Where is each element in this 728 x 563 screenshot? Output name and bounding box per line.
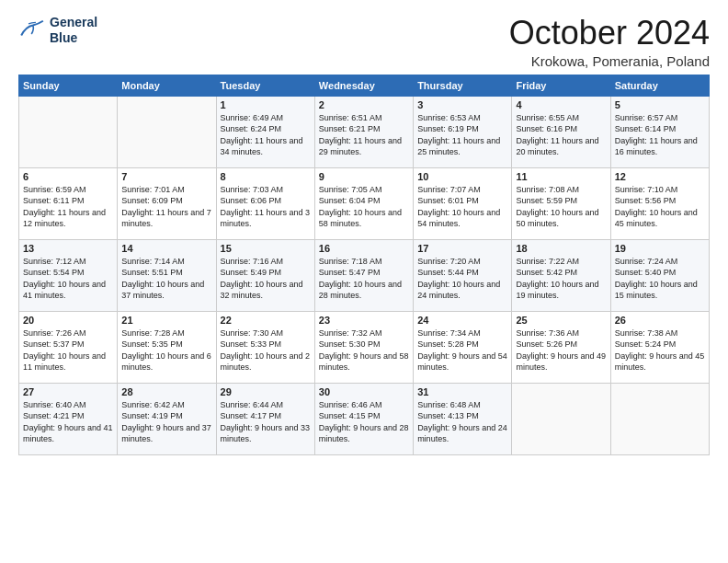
day-info: Sunrise: 7:22 AMSunset: 5:42 PMDaylight:… (516, 256, 606, 302)
calendar-cell: 24Sunrise: 7:34 AMSunset: 5:28 PMDayligh… (414, 311, 512, 383)
weekday-header-saturday: Saturday (610, 75, 709, 96)
weekday-header-friday: Friday (512, 75, 610, 96)
day-info: Sunrise: 7:26 AMSunset: 5:37 PMDaylight:… (23, 327, 113, 373)
logo-line1: General (50, 15, 97, 30)
day-info: Sunrise: 7:20 AMSunset: 5:44 PMDaylight:… (417, 256, 507, 302)
weekday-header-tuesday: Tuesday (216, 75, 314, 96)
day-number: 26 (615, 315, 705, 326)
day-info: Sunrise: 7:36 AMSunset: 5:26 PMDaylight:… (516, 327, 606, 373)
calendar-cell (118, 96, 216, 167)
day-info: Sunrise: 7:01 AMSunset: 6:09 PMDaylight:… (121, 184, 211, 230)
calendar-table: SundayMondayTuesdayWednesdayThursdayFrid… (18, 75, 710, 455)
calendar-cell: 29Sunrise: 6:44 AMSunset: 4:17 PMDayligh… (216, 383, 314, 454)
day-number: 19 (615, 243, 705, 254)
calendar-cell: 5Sunrise: 6:57 AMSunset: 6:14 PMDaylight… (610, 96, 709, 167)
calendar-cell: 21Sunrise: 7:28 AMSunset: 5:35 PMDayligh… (118, 311, 216, 383)
title-block: October 2024 Krokowa, Pomerania, Poland (509, 15, 710, 69)
month-title: October 2024 (509, 15, 710, 52)
day-info: Sunrise: 7:08 AMSunset: 5:59 PMDaylight:… (516, 184, 606, 230)
calendar-cell: 28Sunrise: 6:42 AMSunset: 4:19 PMDayligh… (118, 383, 216, 454)
calendar-cell: 30Sunrise: 6:46 AMSunset: 4:15 PMDayligh… (314, 383, 413, 454)
weekday-header-wednesday: Wednesday (314, 75, 413, 96)
day-info: Sunrise: 7:10 AMSunset: 5:56 PMDaylight:… (615, 184, 705, 230)
calendar-cell (610, 383, 709, 454)
day-info: Sunrise: 7:12 AMSunset: 5:54 PMDaylight:… (23, 256, 113, 302)
day-number: 31 (417, 386, 507, 397)
weekday-header-monday: Monday (118, 75, 216, 96)
calendar-cell: 3Sunrise: 6:53 AMSunset: 6:19 PMDaylight… (414, 96, 512, 167)
calendar-cell: 4Sunrise: 6:55 AMSunset: 6:16 PMDaylight… (512, 96, 610, 167)
day-number: 3 (417, 99, 507, 110)
calendar-cell: 26Sunrise: 7:38 AMSunset: 5:24 PMDayligh… (610, 311, 709, 383)
day-number: 30 (319, 386, 409, 397)
day-info: Sunrise: 6:42 AMSunset: 4:19 PMDaylight:… (121, 399, 211, 445)
calendar-cell: 18Sunrise: 7:22 AMSunset: 5:42 PMDayligh… (512, 239, 610, 311)
calendar-cell: 7Sunrise: 7:01 AMSunset: 6:09 PMDaylight… (118, 167, 216, 239)
day-info: Sunrise: 7:38 AMSunset: 5:24 PMDaylight:… (615, 327, 705, 373)
day-info: Sunrise: 7:28 AMSunset: 5:35 PMDaylight:… (121, 327, 211, 373)
day-number: 12 (615, 171, 705, 182)
day-number: 6 (23, 171, 113, 182)
day-number: 15 (221, 243, 311, 254)
logo: General Blue (18, 15, 97, 46)
day-info: Sunrise: 6:57 AMSunset: 6:14 PMDaylight:… (615, 112, 705, 158)
day-info: Sunrise: 7:14 AMSunset: 5:51 PMDaylight:… (121, 256, 211, 302)
day-info: Sunrise: 7:16 AMSunset: 5:49 PMDaylight:… (221, 256, 311, 302)
day-number: 25 (516, 315, 606, 326)
day-number: 4 (516, 99, 606, 110)
day-info: Sunrise: 7:18 AMSunset: 5:47 PMDaylight:… (319, 256, 409, 302)
day-number: 18 (516, 243, 606, 254)
day-info: Sunrise: 7:30 AMSunset: 5:33 PMDaylight:… (221, 327, 311, 373)
weekday-header-thursday: Thursday (414, 75, 512, 96)
day-info: Sunrise: 7:07 AMSunset: 6:01 PMDaylight:… (417, 184, 507, 230)
day-number: 2 (319, 99, 409, 110)
calendar-cell: 19Sunrise: 7:24 AMSunset: 5:40 PMDayligh… (610, 239, 709, 311)
day-number: 29 (221, 386, 311, 397)
calendar-cell: 2Sunrise: 6:51 AMSunset: 6:21 PMDaylight… (314, 96, 413, 167)
calendar-cell (19, 96, 118, 167)
day-info: Sunrise: 6:49 AMSunset: 6:24 PMDaylight:… (221, 112, 311, 158)
day-number: 11 (516, 171, 606, 182)
calendar-cell: 10Sunrise: 7:07 AMSunset: 6:01 PMDayligh… (414, 167, 512, 239)
location-subtitle: Krokowa, Pomerania, Poland (509, 53, 710, 69)
day-number: 9 (319, 171, 409, 182)
day-info: Sunrise: 6:40 AMSunset: 4:21 PMDaylight:… (23, 399, 113, 445)
day-number: 24 (417, 315, 507, 326)
calendar-cell: 17Sunrise: 7:20 AMSunset: 5:44 PMDayligh… (414, 239, 512, 311)
day-number: 10 (417, 171, 507, 182)
day-info: Sunrise: 7:32 AMSunset: 5:30 PMDaylight:… (319, 327, 409, 373)
calendar-cell: 25Sunrise: 7:36 AMSunset: 5:26 PMDayligh… (512, 311, 610, 383)
day-number: 8 (221, 171, 311, 182)
day-info: Sunrise: 6:55 AMSunset: 6:16 PMDaylight:… (516, 112, 606, 158)
day-number: 7 (121, 171, 211, 182)
calendar-cell: 13Sunrise: 7:12 AMSunset: 5:54 PMDayligh… (19, 239, 118, 311)
day-number: 23 (319, 315, 409, 326)
calendar-cell: 23Sunrise: 7:32 AMSunset: 5:30 PMDayligh… (314, 311, 413, 383)
calendar-cell: 1Sunrise: 6:49 AMSunset: 6:24 PMDaylight… (216, 96, 314, 167)
day-info: Sunrise: 7:34 AMSunset: 5:28 PMDaylight:… (417, 327, 507, 373)
day-info: Sunrise: 6:44 AMSunset: 4:17 PMDaylight:… (221, 399, 311, 445)
day-number: 21 (121, 315, 211, 326)
day-info: Sunrise: 6:59 AMSunset: 6:11 PMDaylight:… (23, 184, 113, 230)
day-info: Sunrise: 7:03 AMSunset: 6:06 PMDaylight:… (221, 184, 311, 230)
day-number: 16 (319, 243, 409, 254)
day-info: Sunrise: 6:53 AMSunset: 6:19 PMDaylight:… (417, 112, 507, 158)
calendar-cell: 15Sunrise: 7:16 AMSunset: 5:49 PMDayligh… (216, 239, 314, 311)
day-info: Sunrise: 6:48 AMSunset: 4:13 PMDaylight:… (417, 399, 507, 445)
logo-line2: Blue (50, 30, 97, 46)
calendar-cell: 9Sunrise: 7:05 AMSunset: 6:04 PMDaylight… (314, 167, 413, 239)
day-number: 22 (221, 315, 311, 326)
day-number: 27 (23, 386, 113, 397)
calendar-cell (512, 383, 610, 454)
calendar-cell: 20Sunrise: 7:26 AMSunset: 5:37 PMDayligh… (19, 311, 118, 383)
calendar-cell: 27Sunrise: 6:40 AMSunset: 4:21 PMDayligh… (19, 383, 118, 454)
calendar-cell: 22Sunrise: 7:30 AMSunset: 5:33 PMDayligh… (216, 311, 314, 383)
calendar-cell: 11Sunrise: 7:08 AMSunset: 5:59 PMDayligh… (512, 167, 610, 239)
day-number: 20 (23, 315, 113, 326)
day-number: 17 (417, 243, 507, 254)
day-number: 14 (121, 243, 211, 254)
day-info: Sunrise: 6:46 AMSunset: 4:15 PMDaylight:… (319, 399, 409, 445)
day-number: 28 (121, 386, 211, 397)
day-number: 5 (615, 99, 705, 110)
day-info: Sunrise: 7:05 AMSunset: 6:04 PMDaylight:… (319, 184, 409, 230)
